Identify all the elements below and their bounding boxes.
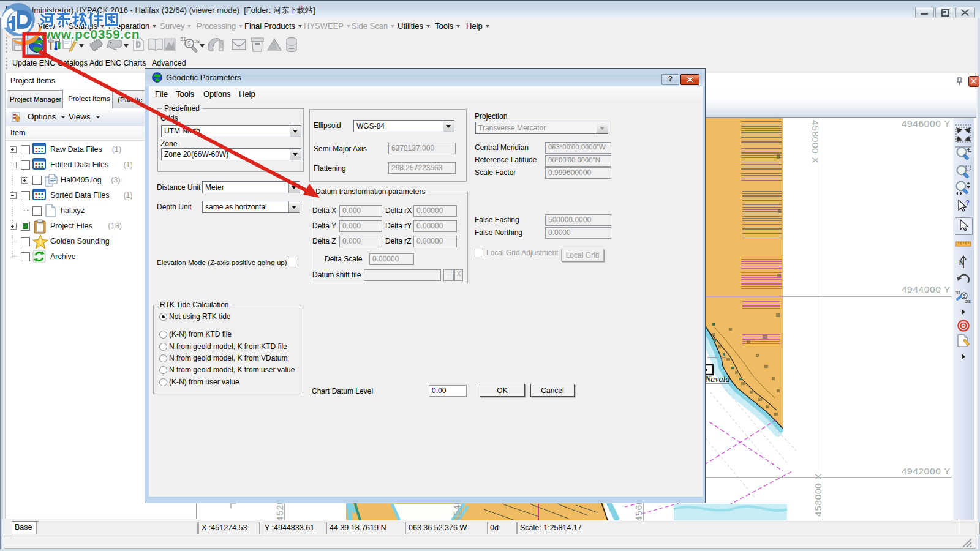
svg-text:4942000 Y: 4942000 Y: [902, 466, 951, 476]
svg-text:5: 5: [963, 293, 966, 299]
svg-text:?: ?: [965, 200, 970, 206]
svg-text:5: 5: [187, 40, 191, 47]
svg-text:458000 X: 458000 X: [810, 120, 821, 163]
svg-text:458000 X: 458000 X: [813, 473, 823, 517]
svg-text:4944000 Y: 4944000 Y: [902, 284, 951, 294]
svg-text:28: 28: [965, 299, 971, 304]
svg-text:N: N: [959, 259, 964, 266]
svg-text:Navald: Navald: [704, 375, 730, 384]
svg-text:31: 31: [956, 290, 961, 296]
svg-text:4946000 Y: 4946000 Y: [902, 118, 951, 129]
